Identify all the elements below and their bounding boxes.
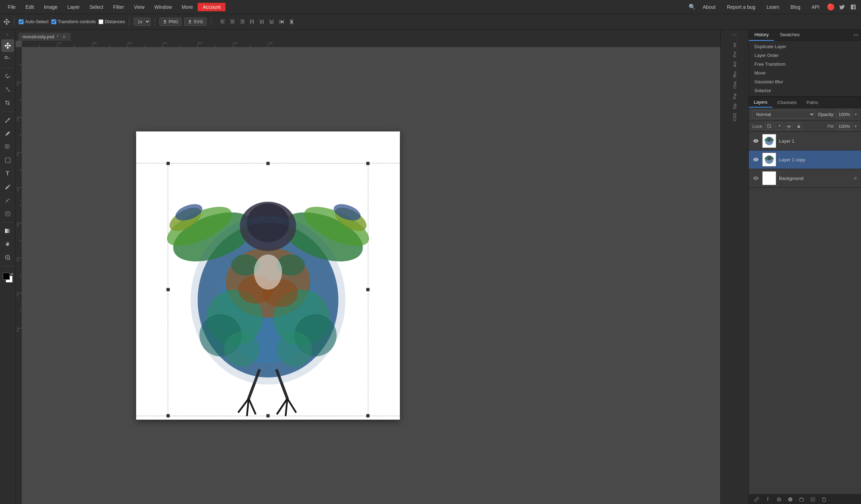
- crop-tool-button[interactable]: [1, 97, 14, 109]
- history-entry-1[interactable]: Layer Order: [749, 51, 861, 60]
- collapsed-inf[interactable]: Inf: [731, 41, 738, 49]
- lock-position-button[interactable]: [785, 122, 793, 130]
- document-canvas[interactable]: [136, 131, 400, 420]
- collapsed-bru[interactable]: Bru: [731, 70, 738, 79]
- zoom-tool-button[interactable]: [1, 251, 14, 264]
- collapsed-css[interactable]: CSS: [731, 112, 738, 123]
- status-link-icon[interactable]: [753, 496, 760, 503]
- align-right-button[interactable]: [238, 17, 247, 26]
- status-mask-icon[interactable]: [776, 496, 783, 503]
- twitter-icon[interactable]: [837, 2, 847, 12]
- menu-report-bug[interactable]: Report a bug: [722, 3, 760, 11]
- text-tool-button[interactable]: T: [1, 167, 14, 180]
- shape-tool-button[interactable]: [1, 154, 14, 167]
- export-png-button[interactable]: PNG: [159, 18, 181, 26]
- canvas-viewport[interactable]: 100 200 300 400 500: [15, 41, 720, 504]
- layer-item-2[interactable]: Background: [749, 169, 861, 188]
- menu-api[interactable]: API: [806, 3, 824, 11]
- facebook-icon[interactable]: [848, 2, 858, 12]
- gradient-tool-button[interactable]: [1, 225, 14, 237]
- move-tool-button[interactable]: [1, 39, 14, 52]
- history-entry-4[interactable]: Gaussian Blur: [749, 77, 861, 86]
- collapsed-act[interactable]: Act: [731, 60, 738, 69]
- history-entry-3[interactable]: Move: [749, 69, 861, 77]
- status-new-layer-icon[interactable]: [809, 496, 816, 503]
- tab-paths[interactable]: Paths: [802, 98, 823, 107]
- left-panel-collapse[interactable]: ‹: [7, 32, 8, 37]
- fill-value[interactable]: 100%: [836, 123, 853, 130]
- menu-view[interactable]: View: [129, 3, 149, 11]
- document-tab[interactable]: monstrosity.psd * ✕: [18, 33, 71, 41]
- transform-controls-control[interactable]: Transform controls: [51, 19, 96, 24]
- menu-filter[interactable]: Filter: [108, 3, 129, 11]
- menu-window[interactable]: Window: [149, 3, 177, 11]
- transform-controls-checkbox[interactable]: [51, 19, 56, 24]
- status-adjustment-icon[interactable]: [787, 496, 794, 503]
- menu-learn[interactable]: Learn: [762, 3, 784, 11]
- menu-image[interactable]: Image: [39, 3, 63, 11]
- fill-dropdown-icon[interactable]: ▼: [854, 124, 857, 128]
- tab-channels[interactable]: Channels: [772, 98, 802, 107]
- lock-image-button[interactable]: [775, 122, 783, 130]
- search-button[interactable]: 🔍: [687, 1, 698, 13]
- tab-swatches[interactable]: Swatches: [774, 30, 805, 41]
- align-left-button[interactable]: [218, 17, 227, 26]
- distribute-h-button[interactable]: [277, 17, 286, 26]
- canvas-scroll[interactable]: [22, 47, 720, 504]
- collapsed-gly[interactable]: Gly: [731, 102, 738, 111]
- distribute-v-button[interactable]: [287, 17, 296, 26]
- foreground-color-swatch[interactable]: [3, 273, 10, 280]
- lock-all-button[interactable]: [795, 122, 803, 130]
- lasso-tool-button[interactable]: [1, 70, 14, 83]
- layer-0-visibility[interactable]: [752, 137, 759, 144]
- collapsed-par[interactable]: Par: [731, 92, 738, 101]
- align-top-button[interactable]: [248, 17, 257, 26]
- menu-file[interactable]: File: [3, 3, 21, 11]
- blend-mode-select[interactable]: Normal Multiply Screen Overlay: [752, 110, 815, 118]
- opacity-dropdown-icon[interactable]: ▼: [854, 112, 857, 116]
- history-entry-2[interactable]: Free Transform: [749, 60, 861, 69]
- menu-about[interactable]: About: [698, 3, 721, 11]
- history-entry-0[interactable]: Duplicate Layer: [749, 42, 861, 51]
- status-group-icon[interactable]: [798, 496, 805, 503]
- layer-item-1[interactable]: Layer 1 copy: [749, 150, 861, 169]
- align-bottom-button[interactable]: [267, 17, 276, 26]
- collapsed-cha[interactable]: Cha: [731, 80, 738, 90]
- menu-blog[interactable]: Blog: [785, 3, 805, 11]
- swap-colors-icon[interactable]: ⇄: [11, 272, 13, 276]
- menu-account[interactable]: Account: [198, 3, 225, 11]
- hand-tool-button[interactable]: [1, 238, 14, 251]
- clone-tool-button[interactable]: [1, 141, 14, 153]
- distances-checkbox[interactable]: [98, 19, 103, 24]
- distances-control[interactable]: Distances: [98, 19, 125, 24]
- color-swatches[interactable]: ⇄: [1, 271, 14, 284]
- export-svg-button[interactable]: SVG: [184, 18, 206, 26]
- align-center-v-button[interactable]: [257, 17, 267, 26]
- reddit-icon[interactable]: 🔴: [826, 2, 836, 12]
- pen-tool-button[interactable]: [1, 181, 14, 193]
- auto-select-checkbox[interactable]: [19, 19, 24, 24]
- menu-more[interactable]: More: [177, 3, 198, 11]
- lock-transparent-button[interactable]: [765, 122, 773, 130]
- opacity-value[interactable]: 100%: [836, 111, 853, 118]
- menu-select[interactable]: Select: [85, 3, 108, 11]
- tab-history[interactable]: History: [749, 30, 774, 41]
- zoom-select[interactable]: 1x: [134, 18, 151, 26]
- layer-item-0[interactable]: Layer 1: [749, 132, 861, 150]
- eraser-tool-button[interactable]: [1, 127, 14, 140]
- document-tab-close[interactable]: ✕: [62, 34, 66, 39]
- collapsed-pro[interactable]: Pro: [731, 50, 738, 59]
- smudge-tool-button[interactable]: [1, 194, 14, 207]
- status-effect-icon[interactable]: f: [764, 496, 771, 503]
- selection-tool-button[interactable]: [1, 53, 14, 65]
- magic-wand-button[interactable]: [1, 83, 14, 96]
- status-delete-icon[interactable]: [821, 496, 828, 503]
- tab-layers[interactable]: Layers: [749, 97, 772, 108]
- dodge-tool-button[interactable]: [1, 207, 14, 220]
- auto-select-control[interactable]: Auto-Select: [19, 19, 49, 24]
- menu-edit[interactable]: Edit: [21, 3, 39, 11]
- layer-2-visibility[interactable]: [752, 175, 759, 182]
- menu-layer[interactable]: Layer: [63, 3, 85, 11]
- right-collapse-arrow[interactable]: ‹ ›: [733, 32, 736, 37]
- panel-collapse-button[interactable]: >>: [850, 31, 861, 39]
